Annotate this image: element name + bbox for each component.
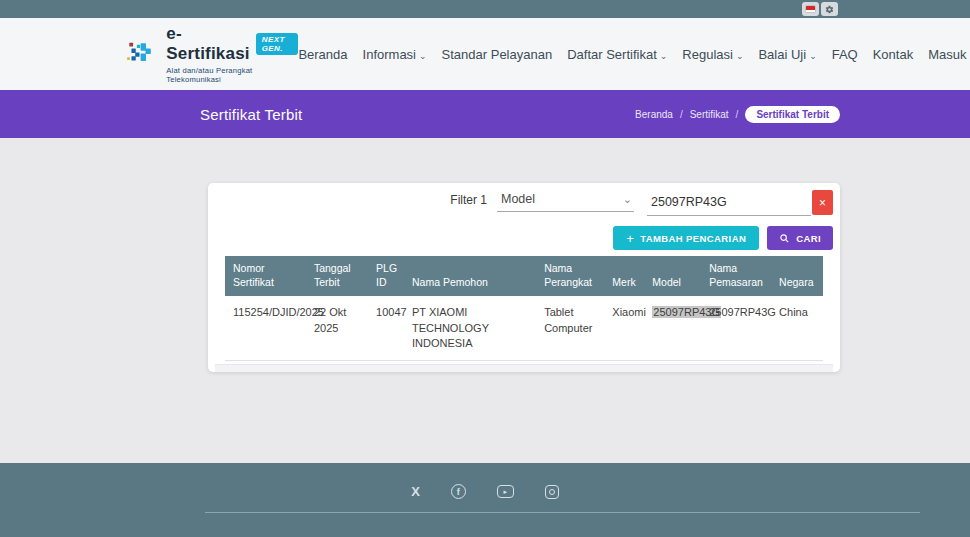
facebook-icon[interactable]: f	[451, 484, 466, 499]
social-links: X f ▸	[0, 484, 970, 499]
col-model: Model	[648, 256, 705, 296]
col-merk: Merk	[608, 256, 648, 296]
nav-balai-uji[interactable]: Balai Uji⌄	[758, 47, 816, 62]
plus-icon: +	[626, 231, 634, 246]
breadcrumb: Beranda / Sertifikat / Sertifikat Terbit	[635, 106, 840, 123]
breadcrumb-current: Sertifikat Terbit	[745, 106, 840, 123]
close-icon: ×	[819, 196, 826, 210]
nav-kontak[interactable]: Kontak	[873, 47, 913, 62]
page-banner: Sertifikat Terbit Beranda / Sertifikat /…	[0, 90, 970, 138]
nav-regulasi[interactable]: Regulasi⌄	[682, 47, 743, 62]
breadcrumb-sertifikat[interactable]: Sertifikat	[690, 109, 729, 120]
col-nama-perangkat: Nama Perangkat	[540, 256, 608, 296]
footer-divider	[205, 512, 920, 513]
table-row[interactable]: 115254/DJID/2025 22 Okt 2025 10047 PT XI…	[225, 296, 823, 360]
footer: X f ▸ Pusat Layanan 159 callcenter_djid@…	[0, 463, 970, 537]
col-tanggal-terbit: Tanggal Terbit	[310, 256, 372, 296]
brand-subtitle: Alat dan/atau Perangkat Telekomunikasi	[166, 66, 298, 84]
header: e-Sertifikasi NEXT GEN. Alat dan/atau Pe…	[0, 18, 970, 90]
filter-row: Filter 1 Model ⌄ 25097RP43G ×	[208, 190, 840, 218]
search-card: Filter 1 Model ⌄ 25097RP43G × + TAMBAH P…	[208, 183, 840, 372]
chevron-down-icon: ⌄	[623, 193, 632, 206]
cell-merk: Xiaomi	[608, 296, 648, 360]
cell-negara: China	[775, 296, 823, 360]
col-nama-pemohon: Nama Pemohon	[408, 256, 540, 296]
add-search-button[interactable]: + TAMBAH PENCARIAN	[613, 226, 759, 250]
nav-beranda[interactable]: Beranda	[298, 47, 347, 62]
next-gen-badge: NEXT GEN.	[256, 33, 299, 55]
indonesia-flag-icon	[805, 5, 816, 13]
brand-title: e-Sertifikasi	[166, 24, 249, 64]
cell-perangkat: Tablet Computer	[540, 296, 608, 360]
chevron-down-icon: ⌄	[660, 51, 668, 61]
search-button[interactable]: CARI	[767, 226, 833, 250]
breadcrumb-separator: /	[736, 109, 739, 120]
breadcrumb-separator: /	[680, 109, 683, 120]
nav-faq[interactable]: FAQ	[832, 47, 858, 62]
main-content: Filter 1 Model ⌄ 25097RP43G × + TAMBAH P…	[0, 183, 970, 463]
cell-pemohon: PT XIAOMI TECHNOLOGY INDONESIA	[408, 296, 540, 360]
instagram-icon[interactable]	[545, 485, 559, 499]
cell-model: 25097RP43G	[648, 296, 705, 360]
filter-query-input[interactable]: 25097RP43G	[647, 190, 811, 216]
col-plg-id: PLG ID	[372, 256, 408, 296]
chevron-down-icon: ⌄	[736, 51, 744, 61]
actions-row: + TAMBAH PENCARIAN CARI	[208, 226, 840, 250]
breadcrumb-beranda[interactable]: Beranda	[635, 109, 673, 120]
language-flag-button[interactable]	[802, 2, 819, 16]
footer-logo-icon	[198, 529, 330, 537]
page-title: Sertifikat Terbit	[200, 106, 302, 123]
nav-informasi[interactable]: Informasi⌄	[363, 47, 427, 62]
filter-label: Filter 1	[450, 190, 487, 207]
filter-field-select[interactable]: Model ⌄	[497, 190, 634, 212]
brand-logo[interactable]: e-Sertifikasi NEXT GEN. Alat dan/atau Pe…	[125, 24, 298, 84]
x-twitter-icon[interactable]: X	[411, 484, 420, 499]
cell-pemasaran: 25097RP43G	[705, 296, 775, 360]
nav-masuk[interactable]: Masuk	[928, 47, 966, 62]
col-negara: Negara	[775, 256, 823, 296]
topbar	[0, 0, 970, 18]
logo-icon	[125, 36, 157, 72]
col-nama-pemasaran: Nama Pemasaran	[705, 256, 775, 296]
topbar-actions	[802, 2, 838, 16]
main-nav: Beranda Informasi⌄ Standar Pelayanan Daf…	[298, 47, 966, 62]
table-header-row: Nomor Sertifikat Tanggal Terbit PLG ID N…	[225, 256, 823, 296]
search-icon	[779, 233, 790, 244]
results-table: Nomor Sertifikat Tanggal Terbit PLG ID N…	[225, 256, 823, 361]
cell-tanggal: 22 Okt 2025	[310, 296, 372, 360]
remove-filter-button[interactable]: ×	[812, 190, 833, 215]
chevron-down-icon: ⌄	[809, 51, 817, 61]
cell-plg-id: 10047	[372, 296, 408, 360]
cell-nomor: 115254/DJID/2025	[225, 296, 310, 360]
nav-standar-pelayanan[interactable]: Standar Pelayanan	[442, 47, 553, 62]
chevron-down-icon: ⌄	[419, 51, 427, 61]
gear-icon	[825, 5, 834, 14]
pagination-bar: Baris per Halaman: 10 ▾ 1 - 1 dari 1 ◂ P…	[215, 364, 833, 372]
nav-daftar-sertifikat[interactable]: Daftar Sertifikat⌄	[567, 47, 667, 62]
settings-button[interactable]	[821, 2, 838, 16]
col-nomor-sertifikat: Nomor Sertifikat	[225, 256, 310, 296]
brand-text: e-Sertifikasi NEXT GEN. Alat dan/atau Pe…	[166, 24, 298, 84]
youtube-icon[interactable]: ▸	[497, 485, 514, 498]
